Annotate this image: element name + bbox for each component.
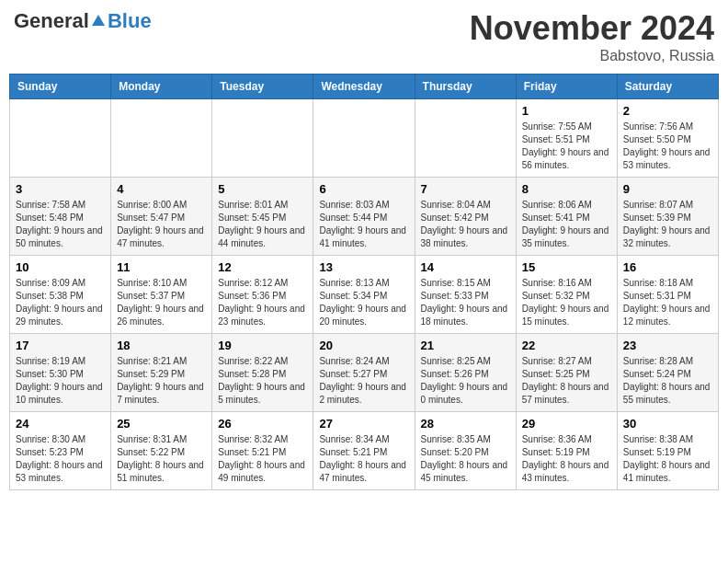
weekday-header-thursday: Thursday bbox=[415, 75, 516, 99]
calendar-cell: 3Sunrise: 7:58 AM Sunset: 5:48 PM Daylig… bbox=[10, 178, 111, 256]
calendar-cell bbox=[111, 99, 212, 178]
calendar-cell: 27Sunrise: 8:34 AM Sunset: 5:21 PM Dayli… bbox=[313, 412, 415, 490]
calendar-week-row: 3Sunrise: 7:58 AM Sunset: 5:48 PM Daylig… bbox=[10, 178, 719, 256]
calendar-cell: 13Sunrise: 8:13 AM Sunset: 5:34 PM Dayli… bbox=[313, 256, 415, 334]
calendar-cell: 7Sunrise: 8:04 AM Sunset: 5:42 PM Daylig… bbox=[415, 178, 516, 256]
day-number: 29 bbox=[522, 417, 611, 431]
day-number: 1 bbox=[522, 104, 611, 118]
day-number: 28 bbox=[421, 417, 510, 431]
day-number: 11 bbox=[117, 260, 206, 274]
day-info: Sunrise: 8:28 AM Sunset: 5:24 PM Dayligh… bbox=[623, 355, 712, 407]
day-number: 8 bbox=[522, 182, 611, 196]
day-info: Sunrise: 8:07 AM Sunset: 5:39 PM Dayligh… bbox=[623, 199, 712, 250]
day-info: Sunrise: 7:58 AM Sunset: 5:48 PM Dayligh… bbox=[16, 199, 105, 250]
calendar-cell bbox=[212, 99, 313, 178]
day-number: 12 bbox=[218, 260, 307, 274]
month-title: November 2024 bbox=[470, 9, 714, 48]
weekday-header-wednesday: Wednesday bbox=[313, 75, 415, 99]
calendar-cell: 22Sunrise: 8:27 AM Sunset: 5:25 PM Dayli… bbox=[516, 334, 617, 412]
calendar-cell: 25Sunrise: 8:31 AM Sunset: 5:22 PM Dayli… bbox=[111, 412, 212, 490]
calendar-table: SundayMondayTuesdayWednesdayThursdayFrid… bbox=[9, 74, 719, 490]
day-number: 17 bbox=[16, 339, 105, 352]
title-block: November 2024 Babstovo, Russia bbox=[470, 9, 714, 64]
calendar-cell: 11Sunrise: 8:10 AM Sunset: 5:37 PM Dayli… bbox=[111, 256, 212, 334]
weekday-header-sunday: Sunday bbox=[10, 75, 111, 99]
day-info: Sunrise: 8:13 AM Sunset: 5:34 PM Dayligh… bbox=[319, 277, 408, 328]
location: Babstovo, Russia bbox=[470, 48, 714, 64]
calendar-week-row: 10Sunrise: 8:09 AM Sunset: 5:38 PM Dayli… bbox=[10, 256, 719, 334]
calendar-week-row: 17Sunrise: 8:19 AM Sunset: 5:30 PM Dayli… bbox=[10, 334, 719, 412]
day-number: 19 bbox=[218, 339, 307, 352]
weekday-header-row: SundayMondayTuesdayWednesdayThursdayFrid… bbox=[10, 75, 719, 99]
calendar-cell: 24Sunrise: 8:30 AM Sunset: 5:23 PM Dayli… bbox=[10, 412, 111, 490]
weekday-header-monday: Monday bbox=[111, 75, 212, 99]
day-info: Sunrise: 8:32 AM Sunset: 5:21 PM Dayligh… bbox=[218, 433, 307, 485]
calendar-cell: 16Sunrise: 8:18 AM Sunset: 5:31 PM Dayli… bbox=[617, 256, 718, 334]
calendar-cell: 28Sunrise: 8:35 AM Sunset: 5:20 PM Dayli… bbox=[415, 412, 516, 490]
day-info: Sunrise: 8:24 AM Sunset: 5:27 PM Dayligh… bbox=[319, 355, 408, 407]
calendar-cell: 30Sunrise: 8:38 AM Sunset: 5:19 PM Dayli… bbox=[617, 412, 718, 490]
day-info: Sunrise: 7:55 AM Sunset: 5:51 PM Dayligh… bbox=[522, 121, 611, 172]
day-number: 5 bbox=[218, 182, 307, 196]
calendar-week-row: 1Sunrise: 7:55 AM Sunset: 5:51 PM Daylig… bbox=[10, 99, 719, 178]
day-info: Sunrise: 8:03 AM Sunset: 5:44 PM Dayligh… bbox=[319, 199, 408, 250]
day-number: 2 bbox=[623, 104, 712, 118]
calendar-cell: 9Sunrise: 8:07 AM Sunset: 5:39 PM Daylig… bbox=[617, 178, 718, 256]
calendar-cell: 20Sunrise: 8:24 AM Sunset: 5:27 PM Dayli… bbox=[313, 334, 415, 412]
calendar-cell: 14Sunrise: 8:15 AM Sunset: 5:33 PM Dayli… bbox=[415, 256, 516, 334]
calendar-cell: 21Sunrise: 8:25 AM Sunset: 5:26 PM Dayli… bbox=[415, 334, 516, 412]
day-number: 10 bbox=[16, 260, 105, 274]
calendar-cell: 2Sunrise: 7:56 AM Sunset: 5:50 PM Daylig… bbox=[617, 99, 718, 178]
day-number: 21 bbox=[421, 339, 510, 352]
day-info: Sunrise: 8:30 AM Sunset: 5:23 PM Dayligh… bbox=[16, 433, 105, 485]
calendar-cell: 26Sunrise: 8:32 AM Sunset: 5:21 PM Dayli… bbox=[212, 412, 313, 490]
day-info: Sunrise: 8:04 AM Sunset: 5:42 PM Dayligh… bbox=[421, 199, 510, 250]
day-info: Sunrise: 8:01 AM Sunset: 5:45 PM Dayligh… bbox=[218, 199, 307, 250]
weekday-header-friday: Friday bbox=[516, 75, 617, 99]
day-info: Sunrise: 8:16 AM Sunset: 5:32 PM Dayligh… bbox=[522, 277, 611, 328]
day-info: Sunrise: 8:36 AM Sunset: 5:19 PM Dayligh… bbox=[522, 433, 611, 485]
day-number: 6 bbox=[319, 182, 408, 196]
day-number: 18 bbox=[117, 339, 206, 352]
calendar-cell: 29Sunrise: 8:36 AM Sunset: 5:19 PM Dayli… bbox=[516, 412, 617, 490]
page-header: General Blue November 2024 Babstovo, Rus… bbox=[9, 9, 719, 64]
day-info: Sunrise: 8:31 AM Sunset: 5:22 PM Dayligh… bbox=[117, 433, 206, 485]
day-info: Sunrise: 8:09 AM Sunset: 5:38 PM Dayligh… bbox=[16, 277, 105, 328]
calendar-cell bbox=[313, 99, 415, 178]
calendar-cell: 5Sunrise: 8:01 AM Sunset: 5:45 PM Daylig… bbox=[212, 178, 313, 256]
calendar-cell: 17Sunrise: 8:19 AM Sunset: 5:30 PM Dayli… bbox=[10, 334, 111, 412]
day-number: 22 bbox=[522, 339, 611, 352]
day-number: 20 bbox=[319, 339, 408, 352]
day-info: Sunrise: 8:06 AM Sunset: 5:41 PM Dayligh… bbox=[522, 199, 611, 250]
day-info: Sunrise: 8:12 AM Sunset: 5:36 PM Dayligh… bbox=[218, 277, 307, 328]
day-info: Sunrise: 8:15 AM Sunset: 5:33 PM Dayligh… bbox=[421, 277, 510, 328]
calendar-cell: 18Sunrise: 8:21 AM Sunset: 5:29 PM Dayli… bbox=[111, 334, 212, 412]
calendar-cell: 10Sunrise: 8:09 AM Sunset: 5:38 PM Dayli… bbox=[10, 256, 111, 334]
day-number: 3 bbox=[16, 182, 105, 196]
day-number: 26 bbox=[218, 417, 307, 431]
day-info: Sunrise: 8:25 AM Sunset: 5:26 PM Dayligh… bbox=[421, 355, 510, 407]
logo: General Blue bbox=[14, 9, 152, 33]
logo-general: General bbox=[14, 9, 89, 33]
calendar-cell: 12Sunrise: 8:12 AM Sunset: 5:36 PM Dayli… bbox=[212, 256, 313, 334]
day-info: Sunrise: 8:27 AM Sunset: 5:25 PM Dayligh… bbox=[522, 355, 611, 407]
day-info: Sunrise: 8:34 AM Sunset: 5:21 PM Dayligh… bbox=[319, 433, 408, 485]
calendar-cell: 6Sunrise: 8:03 AM Sunset: 5:44 PM Daylig… bbox=[313, 178, 415, 256]
weekday-header-tuesday: Tuesday bbox=[212, 75, 313, 99]
day-number: 30 bbox=[623, 417, 712, 431]
calendar-cell: 15Sunrise: 8:16 AM Sunset: 5:32 PM Dayli… bbox=[516, 256, 617, 334]
calendar-cell: 1Sunrise: 7:55 AM Sunset: 5:51 PM Daylig… bbox=[516, 99, 617, 178]
calendar-cell bbox=[415, 99, 516, 178]
day-number: 15 bbox=[522, 260, 611, 274]
day-number: 7 bbox=[421, 182, 510, 196]
logo-blue: Blue bbox=[108, 9, 152, 33]
day-info: Sunrise: 8:22 AM Sunset: 5:28 PM Dayligh… bbox=[218, 355, 307, 407]
weekday-header-saturday: Saturday bbox=[617, 75, 718, 99]
day-number: 27 bbox=[319, 417, 408, 431]
day-info: Sunrise: 8:10 AM Sunset: 5:37 PM Dayligh… bbox=[117, 277, 206, 328]
logo-text: General Blue bbox=[14, 9, 152, 33]
day-number: 9 bbox=[623, 182, 712, 196]
calendar-cell: 4Sunrise: 8:00 AM Sunset: 5:47 PM Daylig… bbox=[111, 178, 212, 256]
day-info: Sunrise: 8:18 AM Sunset: 5:31 PM Dayligh… bbox=[623, 277, 712, 328]
calendar-week-row: 24Sunrise: 8:30 AM Sunset: 5:23 PM Dayli… bbox=[10, 412, 719, 490]
